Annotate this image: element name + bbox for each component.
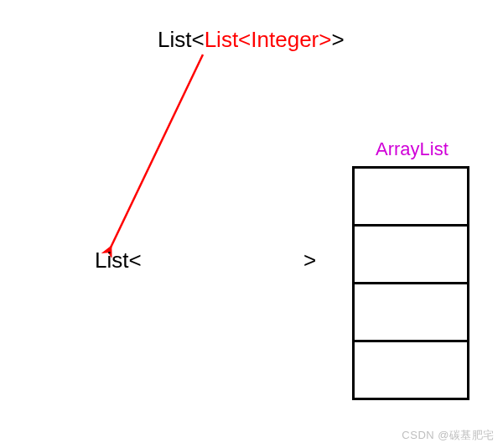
- arraylist-structure: [352, 166, 469, 398]
- svg-line-1: [111, 55, 203, 247]
- array-cell: [352, 282, 469, 342]
- watermark: CSDN @碳基肥宅: [402, 428, 495, 443]
- outer-type-suffix: >: [331, 27, 344, 52]
- element-type-prefix: List<: [95, 247, 142, 273]
- array-cell: [352, 340, 469, 400]
- arraylist-label: ArrayList: [376, 138, 449, 160]
- generic-type-declaration: List<List<Integer>>: [158, 27, 345, 53]
- array-cell: [352, 224, 469, 284]
- element-type-suffix: >: [303, 247, 316, 273]
- outer-type-prefix: List<: [158, 27, 205, 52]
- arrow-icon: [94, 42, 228, 264]
- array-cell: [352, 166, 469, 227]
- inner-type: List<Integer>: [205, 27, 332, 52]
